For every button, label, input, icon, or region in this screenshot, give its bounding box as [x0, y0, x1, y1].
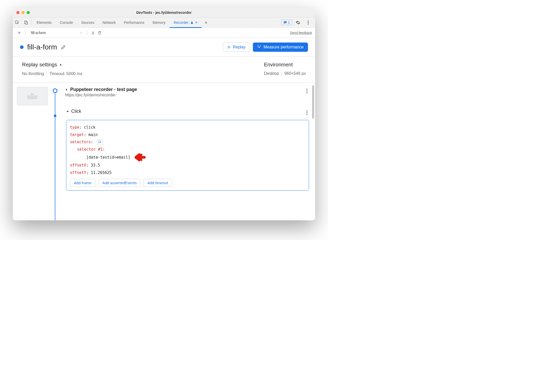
- flask-icon: [190, 21, 194, 24]
- device-toolbar-icon[interactable]: [22, 18, 30, 27]
- add-assertedevents-button[interactable]: Add assertedEvents: [98, 179, 140, 187]
- field-selectors-key: selectors: [70, 140, 91, 144]
- edit-title-icon[interactable]: [61, 45, 66, 50]
- device-value: Desktop: [264, 71, 279, 76]
- scrollbar-thumb[interactable]: [312, 85, 314, 119]
- add-frame-button[interactable]: Add frame: [70, 179, 95, 187]
- close-tab-icon[interactable]: ×: [195, 20, 198, 25]
- kebab-menu-icon[interactable]: [304, 18, 313, 27]
- svg-rect-2: [26, 22, 28, 24]
- inspect-icon[interactable]: [13, 18, 22, 27]
- window-title: DevTools - jec.fyi/demo/recorder: [13, 11, 315, 15]
- timeline: [51, 87, 61, 191]
- delete-icon[interactable]: [96, 31, 103, 35]
- recording-title: fill-a-form: [27, 43, 57, 51]
- svg-point-7: [259, 47, 260, 48]
- field-selector1-value[interactable]: [data-testid=email]: [86, 155, 130, 160]
- export-icon[interactable]: [90, 31, 96, 35]
- chevron-down-icon: [66, 110, 69, 113]
- send-feedback-link[interactable]: Send feedback: [290, 31, 312, 35]
- svg-point-4: [308, 20, 309, 22]
- svg-rect-3: [284, 22, 286, 22]
- environment-title: Environment: [264, 62, 306, 68]
- replay-button[interactable]: Replay: [223, 43, 250, 52]
- devtools-tabbar: Elements Console Sources Network Perform…: [13, 17, 315, 28]
- field-offsety-value[interactable]: 11.265625: [91, 170, 111, 175]
- step-click-menu-button[interactable]: [305, 109, 309, 117]
- settings-section: Replay settings No throttling Timeout: 5…: [13, 57, 315, 83]
- chevron-down-icon: [78, 31, 84, 34]
- step-click-toggle[interactable]: Click: [66, 109, 81, 114]
- chevron-right-icon: [65, 88, 68, 91]
- tab-memory[interactable]: Memory: [149, 17, 170, 28]
- field-offsetx-key: offsetX: [70, 163, 86, 168]
- step-details-box: type: click target: main selectors: sele…: [66, 120, 309, 191]
- measure-performance-button[interactable]: Measure performance: [253, 43, 308, 52]
- step-initial-toggle[interactable]: Puppeteer recorder - test page: [65, 87, 305, 92]
- titlebar: DevTools - jec.fyi/demo/recorder: [13, 8, 315, 17]
- recording-status-dot: [20, 45, 24, 49]
- field-offsety-key: offsetY: [70, 170, 86, 175]
- tab-elements[interactable]: Elements: [33, 17, 56, 28]
- issues-button[interactable]: 1: [281, 20, 292, 25]
- field-target-value[interactable]: main: [88, 132, 98, 137]
- selector-picker-icon[interactable]: [97, 139, 103, 145]
- step-initial: Puppeteer recorder - test page https://j…: [65, 87, 309, 97]
- step-initial-url: https://jec.fyi/demo/recorder: [65, 93, 305, 97]
- play-icon: [227, 45, 231, 49]
- field-type-value[interactable]: click: [84, 125, 95, 130]
- chevron-right-icon: [59, 63, 62, 66]
- tab-performance[interactable]: Performance: [120, 17, 148, 28]
- field-offsetx-value[interactable]: 33.5: [91, 163, 100, 168]
- steps-content: form Puppeteer recorder - test page http…: [13, 83, 315, 220]
- gauge-icon: [257, 45, 261, 49]
- step-menu-button[interactable]: [305, 87, 309, 95]
- field-target-key: target: [70, 132, 84, 137]
- timeline-step-marker: [54, 115, 56, 117]
- timeout-value: Timeout: 5000 ms: [49, 71, 82, 76]
- tab-sources[interactable]: Sources: [77, 17, 98, 28]
- svg-point-5: [308, 22, 309, 23]
- tab-recorder[interactable]: Recorder ×: [170, 17, 202, 28]
- svg-point-6: [308, 24, 309, 25]
- timeline-start-marker: [53, 88, 57, 93]
- replay-settings-toggle[interactable]: Replay settings: [22, 62, 264, 68]
- message-icon: [283, 21, 287, 24]
- recorder-toolbar: fill-a-form Send feedback: [13, 28, 315, 38]
- field-selector1-key: selector #1: [77, 147, 102, 152]
- more-tabs-icon[interactable]: »: [202, 18, 210, 27]
- tab-network[interactable]: Network: [98, 17, 120, 28]
- tab-console[interactable]: Console: [56, 17, 77, 28]
- devtools-window: DevTools - jec.fyi/demo/recorder Element…: [13, 8, 315, 220]
- screenshot-thumbnail[interactable]: form: [17, 87, 48, 105]
- new-recording-icon[interactable]: [16, 31, 23, 35]
- viewport-value: 960×546 px: [284, 71, 306, 76]
- recording-header: fill-a-form Replay Measure performance: [13, 38, 315, 57]
- annotation-arrow-icon: [135, 153, 146, 162]
- add-timeout-button[interactable]: Add timeout: [143, 179, 172, 187]
- field-type-key: type: [70, 125, 79, 130]
- throttle-value: No throttling: [22, 71, 44, 76]
- recording-selector[interactable]: fill-a-form: [29, 31, 84, 35]
- settings-gear-icon[interactable]: [294, 18, 302, 27]
